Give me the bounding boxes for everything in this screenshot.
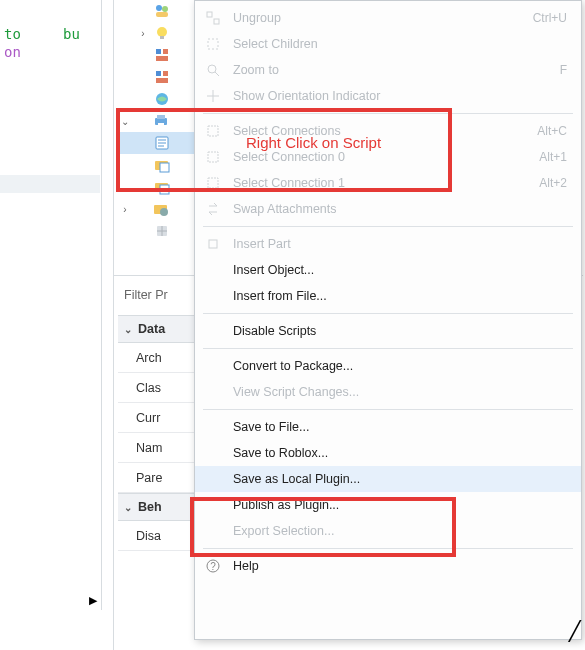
svg-rect-25	[208, 39, 218, 49]
chevron-down-icon: ⌄	[124, 502, 132, 513]
resize-handle-icon: /	[570, 612, 579, 650]
orientation-icon	[203, 86, 223, 106]
menu-item-export-selection: Export Selection...	[195, 518, 581, 544]
cube-icon	[203, 234, 223, 254]
folder-note-icon	[153, 178, 171, 196]
menu-item-ungroup: Ungroup Ctrl+U	[195, 5, 581, 31]
menu-separator	[203, 548, 573, 549]
menu-label: Disable Scripts	[233, 324, 567, 338]
menu-label: Ungroup	[233, 11, 523, 25]
menu-label: Insert from File...	[233, 289, 567, 303]
menu-item-swap-attachments: Swap Attachments	[195, 196, 581, 222]
select-conn-icon	[203, 147, 223, 167]
svg-rect-14	[158, 123, 164, 127]
play-arrow-icon[interactable]: ▶	[89, 594, 97, 607]
menu-item-insert-object[interactable]: Insert Object...	[195, 257, 581, 283]
menu-item-disable-scripts[interactable]: Disable Scripts	[195, 318, 581, 344]
code-token: light	[21, 44, 72, 60]
menu-separator	[203, 113, 573, 114]
blank-icon	[203, 356, 223, 376]
code-gutter-line	[0, 175, 100, 193]
svg-rect-2	[156, 12, 168, 17]
menu-item-help[interactable]: ? Help	[195, 553, 581, 579]
menu-shortcut: Alt+2	[539, 176, 567, 190]
svg-rect-23	[207, 12, 212, 17]
menu-item-show-orientation: Show Orientation Indicator	[195, 83, 581, 109]
blank-icon	[203, 469, 223, 489]
chevron-down-icon[interactable]: ⌄	[118, 116, 132, 127]
svg-point-26	[208, 65, 216, 73]
code-token: bu	[63, 26, 80, 42]
chevron-right-icon: ›	[136, 28, 150, 39]
menu-item-insert-from-file[interactable]: Insert from File...	[195, 283, 581, 309]
menu-item-select-conn-1: Select Connection 1 Alt+2	[195, 170, 581, 196]
svg-point-3	[157, 27, 167, 37]
svg-rect-13	[157, 115, 165, 119]
help-icon: ?	[203, 556, 223, 576]
swap-icon	[203, 199, 223, 219]
menu-item-select-conn-0: Select Connection 0 Alt+1	[195, 144, 581, 170]
package-icon	[153, 222, 171, 240]
blank-icon	[203, 382, 223, 402]
svg-rect-9	[163, 71, 168, 76]
svg-rect-10	[156, 78, 168, 83]
menu-label: Select Children	[233, 37, 567, 51]
menu-label: Zoom to	[233, 63, 550, 77]
menu-item-insert-part: Insert Part	[195, 231, 581, 257]
property-label: Arch	[136, 351, 162, 365]
svg-rect-6	[163, 49, 168, 54]
menu-separator	[203, 226, 573, 227]
menu-label: Help	[233, 559, 567, 573]
script-editor: to the bu on light	[4, 25, 114, 135]
svg-text:?: ?	[210, 561, 216, 572]
svg-point-1	[162, 6, 168, 12]
select-conn-icon	[203, 173, 223, 193]
property-label: Disa	[136, 529, 161, 543]
storage-icon	[153, 46, 171, 64]
menu-label: Select Connection 0	[233, 150, 529, 164]
chevron-right-icon[interactable]: ›	[118, 204, 132, 215]
menu-item-save-to-roblox[interactable]: Save to Roblox...	[195, 440, 581, 466]
menu-label: Insert Part	[233, 237, 567, 251]
menu-item-view-script-changes: View Script Changes...	[195, 379, 581, 405]
svg-rect-24	[214, 19, 219, 24]
menu-label: Select Connection 1	[233, 176, 529, 190]
svg-rect-8	[156, 71, 161, 76]
users-icon	[153, 2, 171, 20]
folder-note-icon	[153, 156, 171, 174]
globe-icon	[153, 90, 171, 108]
property-label: Pare	[136, 471, 162, 485]
menu-item-select-children: Select Children	[195, 31, 581, 57]
code-token: to	[4, 26, 21, 42]
menu-label: Publish as Plugin...	[233, 498, 567, 512]
menu-shortcut: F	[560, 63, 567, 77]
panel-divider[interactable]	[101, 0, 102, 610]
svg-line-27	[215, 72, 219, 76]
folder-gear-icon	[152, 200, 170, 218]
ungroup-icon	[203, 8, 223, 28]
property-label: Curr	[136, 411, 160, 425]
select-conn-icon	[203, 121, 223, 141]
menu-separator	[203, 348, 573, 349]
menu-label: Show Orientation Indicator	[233, 89, 567, 103]
menu-label: Select Connections	[233, 124, 527, 138]
property-label: Nam	[136, 441, 162, 455]
menu-item-save-local-plugin[interactable]: Save as Local Plugin...	[195, 466, 581, 492]
script-icon	[153, 134, 171, 152]
menu-shortcut: Alt+1	[539, 150, 567, 164]
blank-icon	[203, 286, 223, 306]
blank-icon	[203, 321, 223, 341]
svg-rect-29	[208, 152, 218, 162]
svg-rect-30	[208, 178, 218, 188]
menu-item-publish-plugin[interactable]: Publish as Plugin...	[195, 492, 581, 518]
blank-icon	[203, 443, 223, 463]
menu-label: Export Selection...	[233, 524, 567, 538]
menu-item-save-to-file[interactable]: Save to File...	[195, 414, 581, 440]
menu-item-convert-package[interactable]: Convert to Package...	[195, 353, 581, 379]
menu-label: Save to File...	[233, 420, 567, 434]
filter-placeholder: Filter Pr	[124, 288, 168, 302]
blank-icon	[203, 495, 223, 515]
menu-item-select-connections: Select Connections Alt+C	[195, 118, 581, 144]
svg-rect-31	[209, 240, 217, 248]
svg-rect-7	[156, 56, 168, 61]
